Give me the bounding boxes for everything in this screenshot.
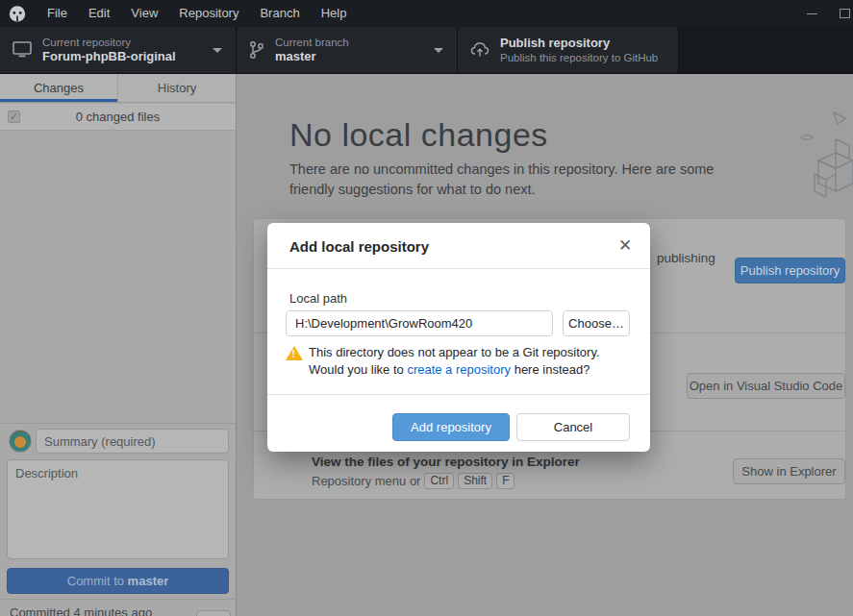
warning-line2-prefix: Would you like to [309, 362, 407, 377]
cloud-upload-icon [470, 41, 489, 59]
explorer-suggestion-subtitle-text: Repository menu or [312, 474, 420, 488]
menu-edit[interactable]: Edit [78, 0, 120, 27]
tab-history[interactable]: History [117, 74, 236, 102]
current-branch-name: master [275, 49, 349, 64]
branch-icon [249, 40, 264, 60]
description-input[interactable] [7, 459, 229, 559]
commit-button-prefix: Commit to [67, 574, 124, 588]
cancel-button[interactable]: Cancel [516, 413, 630, 441]
kbd-shift: Shift [458, 473, 492, 489]
add-repository-button[interactable]: Add repository [392, 413, 510, 441]
current-branch-button[interactable]: Current branch master [237, 27, 458, 73]
monitor-icon [13, 41, 32, 59]
undo-button[interactable] [196, 610, 231, 616]
minimize-icon [807, 13, 817, 14]
publish-repository-button[interactable]: Publish repository [735, 258, 845, 283]
chevron-down-icon [213, 48, 222, 53]
publish-repository-title: Publish repository [500, 36, 658, 51]
explorer-suggestion-title: View the files of your repository in Exp… [312, 455, 580, 469]
menu-repository[interactable]: Repository [168, 0, 249, 27]
kbd-ctrl: Ctrl [424, 473, 454, 489]
kbd-f: F [496, 473, 514, 489]
tab-history-label: History [158, 81, 196, 95]
close-icon[interactable]: ✕ [615, 235, 636, 257]
dialog-header-divider [267, 268, 650, 269]
current-repository-name: Forum-phpBB-original [42, 49, 176, 64]
window-controls [790, 0, 853, 27]
warning-line1: This directory does not appear to be a G… [309, 345, 600, 359]
commit-form: Commit to master Committed 4 minutes ago [0, 423, 236, 616]
minimize-button[interactable] [790, 5, 834, 22]
dialog-footer-divider [267, 394, 650, 395]
publish-repository-toolbar-button[interactable]: Publish repository Publish this reposito… [458, 27, 679, 73]
publish-repository-subtitle: Publish this repository to GitHub [500, 51, 658, 64]
menu-view[interactable]: View [120, 0, 168, 27]
warning-icon [286, 346, 303, 360]
page-title: No local changes [289, 116, 548, 154]
current-repository-button[interactable]: Current repository Forum-phpBB-original [0, 27, 237, 73]
explorer-suggestion-subtitle: Repository menu or Ctrl Shift F [312, 473, 514, 489]
warning-line2-suffix: here instead? [511, 362, 590, 377]
current-branch-label: Current branch [275, 36, 349, 49]
publish-suggestion-text-fragment: publishing [657, 251, 715, 265]
warning-line2: Would you like to create a repository he… [309, 362, 590, 377]
github-desktop-window: File Edit View Repository Branch Help Cu… [0, 0, 853, 616]
commit-button-branch: master [128, 574, 169, 588]
create-a-repository-link[interactable]: create a repository [407, 362, 511, 377]
changed-files-row: ✓ 0 changed files [0, 104, 236, 131]
last-commit-text: Committed 4 minutes ago [10, 605, 152, 616]
tab-changes-label: Changes [34, 81, 84, 95]
add-local-repository-dialog: Add local repository ✕ Local path Choose… [267, 223, 650, 452]
maximize-icon [840, 9, 850, 18]
github-logo-icon [8, 4, 27, 23]
page-subtext: There are no uncommitted changes in this… [289, 160, 720, 200]
chevron-down-icon [434, 48, 443, 53]
last-commit-row: Committed 4 minutes ago [0, 599, 236, 616]
changed-files-count: 0 changed files [20, 110, 215, 124]
menu-items: File Edit View Repository Branch Help [37, 0, 357, 27]
local-path-input[interactable] [286, 310, 553, 336]
toolbar: Current repository Forum-phpBB-original … [0, 27, 853, 74]
menu-branch[interactable]: Branch [249, 0, 310, 27]
commit-to-master-button[interactable]: Commit to master [7, 568, 229, 594]
tab-changes[interactable]: Changes [0, 74, 117, 102]
choose-button[interactable]: Choose… [563, 310, 630, 336]
menu-help[interactable]: Help [311, 0, 358, 27]
sidebar-tabs: Changes History [0, 74, 236, 103]
no-changes-illustration [776, 111, 853, 207]
dialog-title: Add local repository [289, 238, 429, 255]
maximize-button[interactable] [834, 0, 853, 27]
select-all-checkbox[interactable]: ✓ [8, 111, 20, 123]
menu-bar: File Edit View Repository Branch Help [0, 0, 853, 27]
show-in-explorer-button[interactable]: Show in Explorer [733, 458, 845, 484]
avatar [9, 430, 32, 453]
open-in-vscode-button[interactable]: Open in Visual Studio Code [687, 373, 845, 399]
current-repository-label: Current repository [42, 36, 176, 49]
summary-input[interactable] [36, 429, 229, 454]
active-tab-underline [0, 99, 117, 102]
local-path-label: Local path [289, 291, 347, 306]
menu-file[interactable]: File [37, 0, 78, 27]
